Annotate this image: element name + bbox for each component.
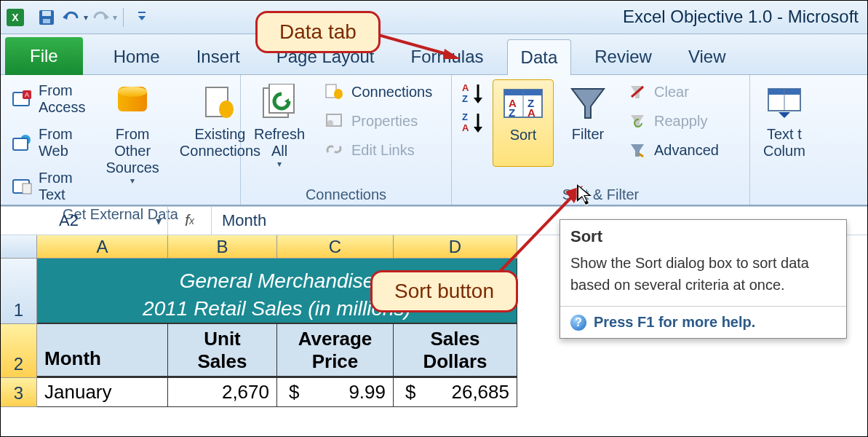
svg-text:Z: Z (462, 93, 468, 104)
sort-asc-icon: AZ (461, 84, 482, 103)
label: Refresh All (254, 126, 305, 160)
svg-rect-1 (42, 11, 51, 16)
label: From Web (39, 126, 87, 160)
value: 26,685 (451, 381, 509, 403)
from-web-button[interactable]: From Web (8, 123, 91, 162)
svg-point-20 (334, 89, 343, 99)
svg-marker-6 (138, 16, 146, 20)
sort-button[interactable]: AZZA Sort (493, 79, 554, 167)
database-icon (112, 82, 153, 123)
currency-symbol: $ (284, 381, 299, 403)
links-icon (324, 141, 346, 160)
col-header-c[interactable]: C (277, 235, 394, 259)
from-other-sources-button[interactable]: From Other Sources ▾ (100, 79, 164, 189)
refresh-icon (259, 82, 300, 123)
app-title: Excel Objective 1.0 - Microsoft (623, 7, 859, 27)
label: Reapply (654, 113, 707, 130)
tooltip-help-text: Press F1 for more help. (594, 314, 755, 331)
tab-view[interactable]: View (675, 39, 739, 74)
filter-button[interactable]: Filter (562, 79, 613, 146)
group-title: Connections (248, 186, 444, 203)
label: Advanced (654, 142, 719, 159)
cell-avg-price[interactable]: $ 9.99 (277, 378, 394, 407)
from-access-button[interactable]: A From Access (8, 79, 91, 119)
excel-logo-icon: X (7, 9, 24, 26)
reapply-button[interactable]: Reapply (622, 109, 723, 133)
text-to-columns-button[interactable]: Text t Colum (757, 79, 811, 162)
tooltip-sort: Sort Show the Sort dialog box to sort da… (560, 219, 847, 339)
clear-icon (626, 82, 648, 101)
tab-insert[interactable]: Insert (183, 39, 253, 74)
tooltip-body: Show the Sort dialog box to sort data ba… (560, 249, 846, 306)
col-header-a[interactable]: A (37, 235, 168, 259)
label: Sort (510, 127, 537, 143)
svg-text:A: A (462, 82, 469, 93)
col-header-b[interactable]: B (168, 235, 277, 259)
undo-caret-icon[interactable]: ▾ (84, 12, 88, 23)
row-header-2[interactable]: 2 (1, 324, 36, 378)
arrow-data-tab (370, 27, 465, 63)
tooltip-help: ? Press F1 for more help. (560, 306, 846, 338)
tab-data[interactable]: Data (507, 39, 572, 75)
connections-icon (199, 82, 240, 123)
edit-links-button[interactable]: Edit Links (319, 138, 437, 162)
text-icon (12, 177, 33, 196)
svg-marker-46 (779, 112, 790, 118)
header-avg-price[interactable]: Average Price (277, 324, 394, 378)
svg-rect-11 (13, 138, 28, 150)
header-month[interactable]: Month (37, 324, 168, 378)
tooltip-title: Sort (560, 220, 846, 249)
connections-button[interactable]: Connections (319, 79, 437, 104)
sort-ascending-button[interactable]: AZ (461, 84, 482, 103)
svg-text:A: A (462, 122, 469, 133)
name-box[interactable]: A2 (1, 207, 168, 235)
from-text-button[interactable]: From Text (8, 167, 91, 206)
svg-marker-30 (474, 127, 482, 133)
tab-file[interactable]: File (5, 37, 83, 75)
reapply-icon (626, 111, 648, 130)
formula-content[interactable]: Month (212, 211, 266, 230)
save-button[interactable] (36, 7, 57, 28)
svg-marker-26 (474, 98, 482, 103)
group-get-external-data: A From Access From Web From Text (1, 75, 241, 205)
label: Filter (572, 126, 604, 143)
value: 9.99 (349, 381, 386, 403)
label: From Access (39, 82, 87, 116)
advanced-button[interactable]: Advanced (622, 138, 723, 162)
tab-home[interactable]: Home (100, 39, 173, 74)
group-connections: Refresh All ▾ Connections Properties (241, 75, 452, 205)
header-unit-sales[interactable]: Unit Sales (168, 324, 277, 378)
callout-sort-button: Sort button (370, 270, 518, 312)
svg-line-47 (370, 33, 449, 55)
table-row[interactable]: January 2,670 $ 9.99 $ 26,685 (37, 378, 517, 407)
cell-sales-dollars[interactable]: $ 26,685 (394, 378, 517, 407)
header-sales-dollars[interactable]: Sales Dollars (394, 324, 517, 378)
fx-button[interactable]: fx (168, 207, 212, 235)
qat-customize-button[interactable] (132, 7, 152, 28)
connections-small-icon (324, 82, 346, 101)
properties-button[interactable]: Properties (319, 109, 437, 133)
redo-caret-icon[interactable]: ▾ (113, 12, 117, 23)
web-icon (12, 133, 33, 152)
sort-descending-button[interactable]: ZA (461, 113, 482, 132)
cell-unit-sales[interactable]: 2,670 (168, 378, 277, 407)
label: From Other Sources (105, 126, 159, 176)
row-header-3[interactable]: 3 (1, 378, 36, 407)
refresh-all-button[interactable]: Refresh All ▾ (248, 79, 311, 173)
callout-data-tab: Data tab (255, 11, 381, 53)
clear-button[interactable]: Clear (622, 79, 723, 104)
group-data-tools: Text t Colum (750, 75, 816, 205)
redo-button[interactable] (90, 7, 111, 28)
select-all-cell[interactable] (1, 235, 36, 259)
svg-text:Z: Z (462, 111, 468, 122)
qat-separator (123, 8, 124, 27)
cell-month[interactable]: January (37, 378, 168, 407)
svg-marker-38 (572, 89, 604, 118)
filter-icon (568, 82, 608, 123)
label: From Text (39, 170, 87, 203)
svg-rect-2 (43, 19, 50, 23)
undo-button[interactable] (61, 7, 81, 28)
svg-point-15 (219, 101, 234, 118)
row-header-1[interactable]: 1 (1, 259, 36, 324)
tab-review[interactable]: Review (581, 39, 665, 74)
